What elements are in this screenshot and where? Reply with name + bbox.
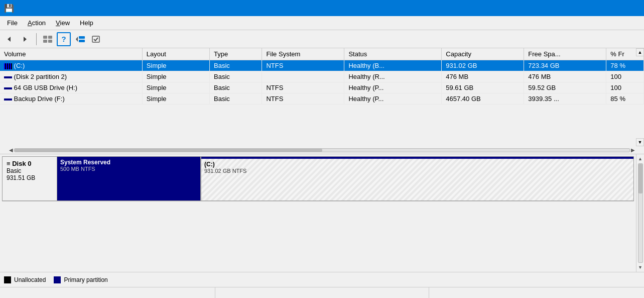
table-scroll-up[interactable]: ▲ (636, 48, 644, 56)
svg-marker-0 (8, 37, 11, 42)
cell-layout-1: Simple (142, 71, 209, 82)
disk-visual-area: ≡ Disk 0 Basic 931.51 GB System Reserved… (0, 154, 644, 287)
svg-rect-5 (48, 40, 52, 43)
disk-type-0: Basic (7, 167, 53, 174)
toolbar-sep-1 (36, 33, 37, 45)
svg-rect-3 (48, 36, 52, 39)
cell-freespace-0: 723.34 GB (524, 60, 606, 71)
cell-capacity-2: 59.61 GB (442, 82, 524, 93)
table-row[interactable]: (Disk 2 partition 2)SimpleBasicHealthy (… (0, 71, 644, 82)
table-scroll-down[interactable]: ▼ (636, 138, 644, 146)
table-row[interactable]: (C:)SimpleBasicNTFSHealthy (B...931.02 G… (0, 60, 644, 71)
svg-rect-9 (92, 36, 99, 42)
dash-icon (4, 98, 12, 101)
table-wrapper: Volume Layout Type File System Status Ca… (0, 48, 644, 146)
disk-view-button[interactable] (73, 32, 87, 46)
cell-volume-0: (C:) (0, 60, 142, 71)
stripe-icon (4, 63, 12, 69)
cell-type-0: Basic (210, 60, 262, 71)
cell-layout-2: Simple (142, 82, 209, 93)
hscroll-left[interactable]: ◀ (8, 147, 14, 153)
hscroll-right[interactable]: ▶ (630, 147, 636, 153)
hscroll-track[interactable] (14, 148, 630, 152)
col-freespace[interactable]: Free Spa... (524, 48, 606, 60)
partition-system-reserved-name: System Reserved (60, 159, 197, 166)
partition-c-name: (C:) (204, 161, 630, 168)
properties-button[interactable] (89, 32, 103, 46)
window-controls (569, 0, 640, 16)
col-capacity[interactable]: Capacity (442, 48, 524, 60)
disk-list-button[interactable] (41, 32, 55, 46)
menu-view[interactable]: View (51, 17, 75, 29)
table-body: (C:)SimpleBasicNTFSHealthy (B...931.02 G… (0, 60, 644, 105)
disk-row-0: ≡ Disk 0 Basic 931.51 GB System Reserved… (2, 156, 634, 202)
menu-file[interactable]: File (2, 17, 23, 29)
disk-label-0: ≡ Disk 0 Basic 931.51 GB (2, 156, 57, 201)
partition-c-info: 931.02 GB NTFS (204, 168, 630, 174)
cell-freespace-3: 3939.35 ... (524, 93, 606, 105)
menu-action[interactable]: Action (23, 17, 51, 29)
col-type[interactable]: Type (210, 48, 262, 60)
main-content: Volume Layout Type File System Status Ca… (0, 48, 644, 298)
hscroll-thumb[interactable] (15, 149, 322, 152)
col-layout[interactable]: Layout (142, 48, 209, 60)
partition-system-reserved[interactable]: System Reserved 500 MB NTFS (57, 157, 201, 201)
cell-freepct-1: 100 (606, 71, 644, 82)
back-button[interactable] (2, 32, 16, 46)
legend-primary-label: Primary partition (64, 276, 107, 283)
title-bar: 💾 (0, 0, 644, 16)
vscroll-thumb[interactable] (638, 164, 642, 193)
svg-rect-7 (79, 36, 85, 39)
disk-table: Volume Layout Type File System Status Ca… (0, 48, 644, 105)
vscroll-up[interactable]: ▲ (637, 155, 643, 162)
partition-c[interactable]: (C:) 931.02 GB NTFS (201, 157, 633, 201)
cell-freespace-2: 59.52 GB (524, 82, 606, 93)
cell-filesystem-2: NTFS (262, 82, 344, 93)
disk-partitions-0: System Reserved 500 MB NTFS (C:) 931.02 … (57, 156, 634, 201)
cell-capacity-1: 476 MB (442, 71, 524, 82)
close-button[interactable] (617, 0, 640, 16)
help-button[interactable]: ? (57, 32, 71, 46)
toolbar: ? (0, 30, 644, 48)
cell-type-1: Basic (210, 71, 262, 82)
status-pane-1 (2, 287, 215, 298)
legend-unallocated: Unallocated (4, 276, 46, 283)
cell-layout-0: Simple (142, 60, 209, 71)
svg-rect-2 (43, 36, 47, 39)
svg-marker-6 (76, 37, 78, 42)
svg-marker-1 (24, 37, 27, 42)
status-pane-3 (429, 287, 642, 298)
menu-help[interactable]: Help (75, 17, 98, 29)
col-status[interactable]: Status (344, 48, 442, 60)
cell-filesystem-0: NTFS (262, 60, 344, 71)
status-pane-2 (215, 287, 429, 298)
minimize-button[interactable] (569, 0, 592, 16)
cell-freepct-0: 78 % (606, 60, 644, 71)
maximize-button[interactable] (593, 0, 616, 16)
table-row[interactable]: Backup Drive (F:)SimpleBasicNTFSHealthy … (0, 93, 644, 105)
hscroll-area: ◀ ▶ (0, 146, 644, 154)
cell-filesystem-1 (262, 71, 344, 82)
cell-capacity-3: 4657.40 GB (442, 93, 524, 105)
vscroll-track (638, 163, 643, 263)
cell-capacity-0: 931.02 GB (442, 60, 524, 71)
legend-unallocated-icon (4, 276, 11, 283)
col-volume[interactable]: Volume (0, 48, 142, 60)
col-filesystem[interactable]: File System (262, 48, 344, 60)
table-row[interactable]: 64 GB USB Drive (H:)SimpleBasicNTFSHealt… (0, 82, 644, 93)
vscroll-down[interactable]: ▼ (637, 264, 643, 271)
disk-visual-main: ≡ Disk 0 Basic 931.51 GB System Reserved… (0, 154, 636, 272)
app-icon: 💾 (4, 4, 14, 13)
cell-type-3: Basic (210, 93, 262, 105)
cell-status-0: Healthy (B... (344, 60, 442, 71)
status-bar (0, 287, 644, 298)
cell-volume-2: 64 GB USB Drive (H:) (0, 82, 142, 93)
forward-button[interactable] (18, 32, 32, 46)
dash-icon (4, 87, 12, 89)
legend-primary-icon (54, 276, 61, 283)
cell-freespace-1: 476 MB (524, 71, 606, 82)
cell-status-2: Healthy (P... (344, 82, 442, 93)
svg-rect-8 (79, 40, 85, 42)
disk-vscrollbar: ▲ ▼ (636, 154, 644, 272)
cell-layout-3: Simple (142, 93, 209, 105)
